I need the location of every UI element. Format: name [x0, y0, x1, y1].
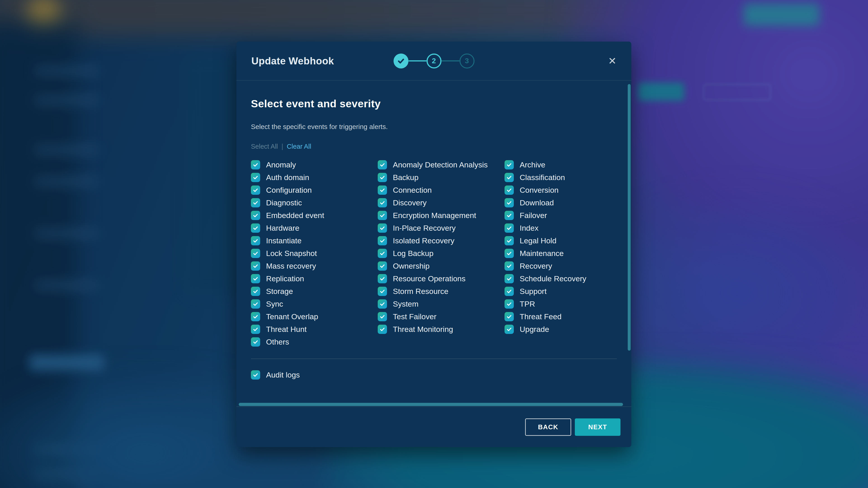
event-label: Log Backup: [393, 249, 434, 258]
event-checkbox-row[interactable]: Instantiate: [251, 234, 378, 247]
event-checkbox-row[interactable]: Isolated Recovery: [378, 234, 504, 247]
next-button[interactable]: NEXT: [575, 418, 620, 436]
check-icon: [506, 288, 512, 294]
event-checkbox-row[interactable]: Configuration: [251, 184, 378, 196]
check-icon: [506, 263, 512, 269]
event-checkbox-row[interactable]: Index: [504, 222, 586, 234]
event-label: Threat Hunt: [266, 325, 307, 334]
event-checkbox-row[interactable]: Schedule Recovery: [504, 272, 586, 285]
checkbox-checked-icon: [251, 274, 260, 283]
event-checkbox-row[interactable]: System: [378, 297, 504, 310]
event-checkbox-row[interactable]: Conversion: [504, 184, 586, 196]
event-checkbox-row[interactable]: Encryption Management: [378, 209, 504, 222]
event-label: Anomaly Detection Analysis: [393, 160, 488, 169]
event-checkbox-row[interactable]: Backup: [378, 171, 504, 184]
event-checkbox-row[interactable]: Hardware: [251, 222, 378, 234]
event-column-3: ArchiveClassificationConversionDownloadF…: [504, 158, 586, 348]
event-checkbox-row[interactable]: Connection: [378, 184, 504, 196]
step-2-active[interactable]: 2: [427, 54, 441, 68]
event-checkbox-row[interactable]: Archive: [504, 158, 586, 171]
check-icon: [379, 238, 385, 244]
event-checkbox-row[interactable]: Test Failover: [378, 310, 504, 323]
event-label: Instantiate: [266, 236, 302, 245]
event-checkbox-row[interactable]: Failover: [504, 209, 586, 222]
event-checkbox-row[interactable]: Legal Hold: [504, 234, 586, 247]
event-checkbox-row[interactable]: Sync: [251, 297, 378, 310]
event-checkbox-row[interactable]: Threat Feed: [504, 310, 586, 323]
check-icon: [379, 263, 385, 269]
audit-logs-checkbox-row[interactable]: Audit logs: [251, 368, 617, 381]
close-icon[interactable]: ✕: [608, 56, 616, 66]
event-label: Test Failover: [393, 312, 436, 321]
event-checkbox-row[interactable]: Tenant Overlap: [251, 310, 378, 323]
event-checkbox-row[interactable]: Lock Snapshot: [251, 247, 378, 260]
horizontal-scrollbar-thumb[interactable]: [239, 403, 623, 406]
event-checkbox-row[interactable]: Storage: [251, 285, 378, 297]
wizard-stepper: 2 3: [394, 54, 474, 68]
event-checkbox-row[interactable]: Anomaly: [251, 158, 378, 171]
step-3-upcoming[interactable]: 3: [460, 54, 474, 68]
event-checkbox-row[interactable]: Resource Operations: [378, 272, 504, 285]
event-label: Classification: [520, 173, 565, 182]
event-label: Auth domain: [266, 173, 309, 182]
event-checkbox-row[interactable]: Others: [251, 335, 378, 348]
checkbox-checked-icon: [251, 173, 260, 182]
event-checkbox-row[interactable]: Log Backup: [378, 247, 504, 260]
event-label: Backup: [393, 173, 418, 182]
check-icon: [252, 213, 258, 219]
checkbox-checked-icon: [504, 325, 514, 334]
event-checkbox-row[interactable]: Download: [504, 196, 586, 209]
event-checkbox-row[interactable]: Maintenance: [504, 247, 586, 260]
clear-all-link[interactable]: Clear All: [287, 143, 311, 150]
event-checkbox-row[interactable]: Replication: [251, 272, 378, 285]
event-label: Lock Snapshot: [266, 249, 317, 258]
event-label: Replication: [266, 274, 304, 283]
event-label: Legal Hold: [520, 236, 557, 245]
event-checkbox-row[interactable]: Embedded event: [251, 209, 378, 222]
checkbox-checked-icon: [504, 312, 514, 321]
event-checkbox-row[interactable]: Ownership: [378, 260, 504, 272]
event-checkbox-row[interactable]: Recovery: [504, 260, 586, 272]
checkbox-checked-icon: [251, 261, 260, 271]
event-label: Isolated Recovery: [393, 236, 454, 245]
checkbox-checked-icon: [378, 325, 387, 334]
event-checkbox-row[interactable]: Support: [504, 285, 586, 297]
step-1-complete[interactable]: [394, 54, 408, 68]
checkbox-checked-icon: [251, 211, 260, 220]
select-all-link[interactable]: Select All: [251, 143, 278, 150]
event-checkbox-row[interactable]: Mass recovery: [251, 260, 378, 272]
checkbox-checked-icon: [251, 249, 260, 258]
check-icon: [252, 263, 258, 269]
event-label: Archive: [520, 160, 545, 169]
checkbox-checked-icon: [251, 337, 260, 347]
event-label: Anomaly: [266, 160, 296, 169]
event-checkbox-row[interactable]: Storm Resource: [378, 285, 504, 297]
event-label: Embedded event: [266, 211, 324, 220]
checkbox-checked-icon: [378, 312, 387, 321]
check-icon: [252, 275, 258, 282]
event-checkbox-row[interactable]: Diagnostic: [251, 196, 378, 209]
check-icon: [379, 187, 385, 193]
event-checkbox-row[interactable]: TPR: [504, 297, 586, 310]
event-checkbox-row[interactable]: Threat Hunt: [251, 323, 378, 335]
event-checkbox-row[interactable]: Anomaly Detection Analysis: [378, 158, 504, 171]
vertical-scrollbar-thumb[interactable]: [628, 84, 631, 351]
checkbox-checked-icon: [378, 160, 387, 169]
link-separator: |: [281, 143, 283, 150]
check-icon: [506, 162, 512, 168]
event-label: In-Place Recovery: [393, 224, 456, 232]
back-button[interactable]: BACK: [525, 418, 571, 436]
check-icon: [252, 238, 258, 244]
event-checkbox-row[interactable]: Classification: [504, 171, 586, 184]
event-checkbox-row[interactable]: Discovery: [378, 196, 504, 209]
check-icon: [252, 301, 258, 307]
event-label: Connection: [393, 186, 432, 195]
event-checkbox-row[interactable]: In-Place Recovery: [378, 222, 504, 234]
event-checkbox-row[interactable]: Upgrade: [504, 323, 586, 335]
stepper-connector-todo: [441, 60, 460, 61]
event-checkbox-row[interactable]: Auth domain: [251, 171, 378, 184]
modal-footer: BACK NEXT: [237, 406, 631, 447]
bulk-select-links: Select All | Clear All: [251, 143, 617, 150]
checkbox-checked-icon: [504, 198, 514, 207]
event-checkbox-row[interactable]: Threat Monitoring: [378, 323, 504, 335]
